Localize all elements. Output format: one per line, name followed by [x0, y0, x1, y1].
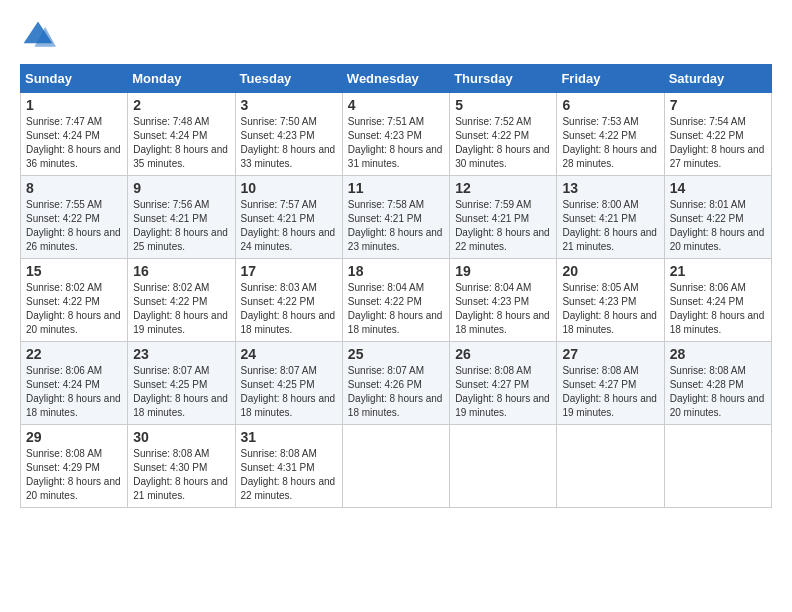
calendar-week-row: 1Sunrise: 7:47 AMSunset: 4:24 PMDaylight…: [21, 93, 772, 176]
calendar-cell: [342, 425, 449, 508]
weekday-header-sunday: Sunday: [21, 65, 128, 93]
day-number: 16: [133, 263, 229, 279]
day-info: Sunrise: 7:50 AMSunset: 4:23 PMDaylight:…: [241, 115, 337, 171]
weekday-header-monday: Monday: [128, 65, 235, 93]
weekday-header-tuesday: Tuesday: [235, 65, 342, 93]
calendar-cell: 29Sunrise: 8:08 AMSunset: 4:29 PMDayligh…: [21, 425, 128, 508]
calendar-week-row: 15Sunrise: 8:02 AMSunset: 4:22 PMDayligh…: [21, 259, 772, 342]
calendar-cell: 1Sunrise: 7:47 AMSunset: 4:24 PMDaylight…: [21, 93, 128, 176]
day-info: Sunrise: 7:55 AMSunset: 4:22 PMDaylight:…: [26, 198, 122, 254]
calendar-cell: 10Sunrise: 7:57 AMSunset: 4:21 PMDayligh…: [235, 176, 342, 259]
day-info: Sunrise: 8:07 AMSunset: 4:26 PMDaylight:…: [348, 364, 444, 420]
calendar-cell: 3Sunrise: 7:50 AMSunset: 4:23 PMDaylight…: [235, 93, 342, 176]
day-info: Sunrise: 7:54 AMSunset: 4:22 PMDaylight:…: [670, 115, 766, 171]
day-info: Sunrise: 7:56 AMSunset: 4:21 PMDaylight:…: [133, 198, 229, 254]
weekday-header-thursday: Thursday: [450, 65, 557, 93]
calendar-cell: 18Sunrise: 8:04 AMSunset: 4:22 PMDayligh…: [342, 259, 449, 342]
page: SundayMondayTuesdayWednesdayThursdayFrid…: [0, 0, 792, 612]
day-number: 14: [670, 180, 766, 196]
calendar-cell: 16Sunrise: 8:02 AMSunset: 4:22 PMDayligh…: [128, 259, 235, 342]
day-number: 28: [670, 346, 766, 362]
day-info: Sunrise: 7:52 AMSunset: 4:22 PMDaylight:…: [455, 115, 551, 171]
day-number: 19: [455, 263, 551, 279]
day-info: Sunrise: 7:58 AMSunset: 4:21 PMDaylight:…: [348, 198, 444, 254]
calendar-cell: 11Sunrise: 7:58 AMSunset: 4:21 PMDayligh…: [342, 176, 449, 259]
calendar-cell: 25Sunrise: 8:07 AMSunset: 4:26 PMDayligh…: [342, 342, 449, 425]
day-number: 9: [133, 180, 229, 196]
calendar-cell: 26Sunrise: 8:08 AMSunset: 4:27 PMDayligh…: [450, 342, 557, 425]
day-info: Sunrise: 8:08 AMSunset: 4:30 PMDaylight:…: [133, 447, 229, 503]
calendar-cell: 31Sunrise: 8:08 AMSunset: 4:31 PMDayligh…: [235, 425, 342, 508]
day-number: 4: [348, 97, 444, 113]
day-number: 7: [670, 97, 766, 113]
day-number: 12: [455, 180, 551, 196]
day-number: 5: [455, 97, 551, 113]
day-number: 22: [26, 346, 122, 362]
day-number: 21: [670, 263, 766, 279]
calendar-cell: 5Sunrise: 7:52 AMSunset: 4:22 PMDaylight…: [450, 93, 557, 176]
day-number: 20: [562, 263, 658, 279]
day-info: Sunrise: 8:08 AMSunset: 4:31 PMDaylight:…: [241, 447, 337, 503]
calendar-cell: 19Sunrise: 8:04 AMSunset: 4:23 PMDayligh…: [450, 259, 557, 342]
calendar-cell: 21Sunrise: 8:06 AMSunset: 4:24 PMDayligh…: [664, 259, 771, 342]
calendar-cell: 17Sunrise: 8:03 AMSunset: 4:22 PMDayligh…: [235, 259, 342, 342]
calendar-cell: 15Sunrise: 8:02 AMSunset: 4:22 PMDayligh…: [21, 259, 128, 342]
day-number: 8: [26, 180, 122, 196]
calendar-cell: 13Sunrise: 8:00 AMSunset: 4:21 PMDayligh…: [557, 176, 664, 259]
calendar-cell: [664, 425, 771, 508]
day-info: Sunrise: 8:07 AMSunset: 4:25 PMDaylight:…: [241, 364, 337, 420]
day-number: 27: [562, 346, 658, 362]
day-info: Sunrise: 8:04 AMSunset: 4:23 PMDaylight:…: [455, 281, 551, 337]
calendar-week-row: 22Sunrise: 8:06 AMSunset: 4:24 PMDayligh…: [21, 342, 772, 425]
day-number: 11: [348, 180, 444, 196]
day-info: Sunrise: 7:59 AMSunset: 4:21 PMDaylight:…: [455, 198, 551, 254]
day-number: 1: [26, 97, 122, 113]
calendar-week-row: 8Sunrise: 7:55 AMSunset: 4:22 PMDaylight…: [21, 176, 772, 259]
logo-icon: [20, 18, 56, 54]
day-info: Sunrise: 8:02 AMSunset: 4:22 PMDaylight:…: [26, 281, 122, 337]
day-info: Sunrise: 7:51 AMSunset: 4:23 PMDaylight:…: [348, 115, 444, 171]
calendar-cell: 14Sunrise: 8:01 AMSunset: 4:22 PMDayligh…: [664, 176, 771, 259]
calendar-cell: 20Sunrise: 8:05 AMSunset: 4:23 PMDayligh…: [557, 259, 664, 342]
weekday-header-row: SundayMondayTuesdayWednesdayThursdayFrid…: [21, 65, 772, 93]
day-info: Sunrise: 8:08 AMSunset: 4:29 PMDaylight:…: [26, 447, 122, 503]
calendar-cell: 27Sunrise: 8:08 AMSunset: 4:27 PMDayligh…: [557, 342, 664, 425]
day-number: 23: [133, 346, 229, 362]
day-number: 15: [26, 263, 122, 279]
calendar-table: SundayMondayTuesdayWednesdayThursdayFrid…: [20, 64, 772, 508]
day-number: 3: [241, 97, 337, 113]
day-number: 24: [241, 346, 337, 362]
day-info: Sunrise: 8:05 AMSunset: 4:23 PMDaylight:…: [562, 281, 658, 337]
calendar-cell: 22Sunrise: 8:06 AMSunset: 4:24 PMDayligh…: [21, 342, 128, 425]
calendar-cell: 7Sunrise: 7:54 AMSunset: 4:22 PMDaylight…: [664, 93, 771, 176]
day-number: 26: [455, 346, 551, 362]
calendar-cell: [557, 425, 664, 508]
day-number: 10: [241, 180, 337, 196]
day-info: Sunrise: 7:47 AMSunset: 4:24 PMDaylight:…: [26, 115, 122, 171]
day-info: Sunrise: 8:07 AMSunset: 4:25 PMDaylight:…: [133, 364, 229, 420]
calendar-cell: 6Sunrise: 7:53 AMSunset: 4:22 PMDaylight…: [557, 93, 664, 176]
day-info: Sunrise: 8:04 AMSunset: 4:22 PMDaylight:…: [348, 281, 444, 337]
header: [20, 18, 772, 54]
calendar-cell: 8Sunrise: 7:55 AMSunset: 4:22 PMDaylight…: [21, 176, 128, 259]
day-info: Sunrise: 8:01 AMSunset: 4:22 PMDaylight:…: [670, 198, 766, 254]
day-info: Sunrise: 8:06 AMSunset: 4:24 PMDaylight:…: [670, 281, 766, 337]
calendar-cell: 23Sunrise: 8:07 AMSunset: 4:25 PMDayligh…: [128, 342, 235, 425]
day-info: Sunrise: 8:06 AMSunset: 4:24 PMDaylight:…: [26, 364, 122, 420]
weekday-header-wednesday: Wednesday: [342, 65, 449, 93]
day-info: Sunrise: 7:57 AMSunset: 4:21 PMDaylight:…: [241, 198, 337, 254]
calendar-cell: [450, 425, 557, 508]
day-info: Sunrise: 7:53 AMSunset: 4:22 PMDaylight:…: [562, 115, 658, 171]
calendar-cell: 2Sunrise: 7:48 AMSunset: 4:24 PMDaylight…: [128, 93, 235, 176]
day-info: Sunrise: 8:08 AMSunset: 4:27 PMDaylight:…: [562, 364, 658, 420]
day-number: 29: [26, 429, 122, 445]
logo-area: [20, 18, 60, 54]
day-number: 2: [133, 97, 229, 113]
day-number: 31: [241, 429, 337, 445]
day-info: Sunrise: 8:03 AMSunset: 4:22 PMDaylight:…: [241, 281, 337, 337]
calendar-cell: 24Sunrise: 8:07 AMSunset: 4:25 PMDayligh…: [235, 342, 342, 425]
calendar-cell: 28Sunrise: 8:08 AMSunset: 4:28 PMDayligh…: [664, 342, 771, 425]
day-number: 17: [241, 263, 337, 279]
day-number: 30: [133, 429, 229, 445]
weekday-header-saturday: Saturday: [664, 65, 771, 93]
